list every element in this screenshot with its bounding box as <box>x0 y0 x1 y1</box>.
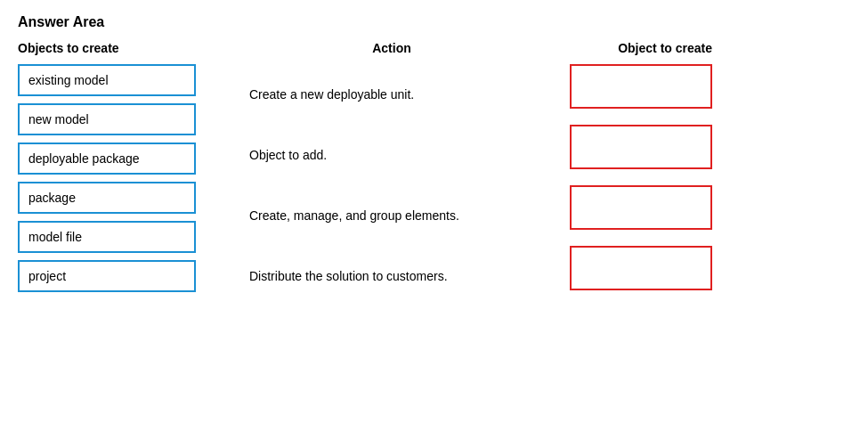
object-item[interactable]: model file <box>18 221 196 253</box>
answer-box[interactable] <box>570 125 712 169</box>
actions-column-header: Action <box>249 41 534 55</box>
answer-box[interactable] <box>570 185 712 230</box>
action-item: Create a new deployable unit. <box>249 64 534 125</box>
action-item: Create, manage, and group elements. <box>249 185 534 246</box>
objects-column: Objects to create existing modelnew mode… <box>18 41 196 299</box>
actions-column: Action Create a new deployable unit.Obje… <box>249 41 534 306</box>
answer-boxes <box>570 64 712 290</box>
action-item: Object to add. <box>249 125 534 185</box>
object-item[interactable]: new model <box>18 103 196 135</box>
object-item[interactable]: package <box>18 182 196 214</box>
answer-area-title: Answer Area <box>18 14 850 30</box>
answers-column: Object to create <box>570 41 712 290</box>
object-item[interactable]: deployable package <box>18 143 196 175</box>
object-item[interactable]: project <box>18 260 196 292</box>
answer-box[interactable] <box>570 64 712 109</box>
main-layout: Objects to create existing modelnew mode… <box>18 41 850 306</box>
objects-list: existing modelnew modeldeployable packag… <box>18 64 196 299</box>
object-item[interactable]: existing model <box>18 64 196 96</box>
objects-column-header: Objects to create <box>18 41 196 55</box>
answers-column-header: Object to create <box>570 41 712 55</box>
action-items: Create a new deployable unit.Object to a… <box>249 64 534 306</box>
answer-box[interactable] <box>570 246 712 290</box>
action-item: Distribute the solution to customers. <box>249 246 534 306</box>
